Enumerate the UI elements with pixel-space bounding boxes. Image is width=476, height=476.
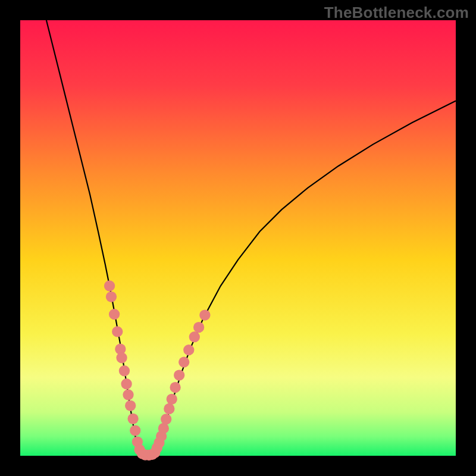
data-point (116, 352, 127, 363)
data-point (199, 309, 210, 320)
data-point (125, 400, 136, 411)
plot-area (20, 20, 456, 456)
data-point (112, 326, 123, 337)
data-point (183, 345, 194, 355)
data-point (174, 369, 184, 380)
data-point (123, 389, 133, 400)
data-point (104, 280, 115, 291)
data-point (130, 425, 140, 436)
chart-frame: TheBottleneck.com (0, 0, 476, 476)
data-point (106, 292, 117, 302)
data-point (109, 309, 120, 320)
bottleneck-curve (46, 20, 456, 456)
data-point (189, 331, 200, 342)
data-point (178, 356, 189, 367)
data-point (170, 382, 180, 393)
data-point (193, 322, 204, 333)
curve-layer (20, 20, 456, 456)
data-point (161, 414, 171, 424)
data-point (127, 414, 138, 424)
data-point (158, 423, 169, 434)
data-point (164, 403, 174, 414)
watermark-text: TheBottleneck.com (324, 4, 469, 22)
data-point (119, 365, 130, 376)
scatter-dots (104, 280, 211, 461)
data-point (121, 378, 131, 389)
data-point (167, 394, 177, 405)
